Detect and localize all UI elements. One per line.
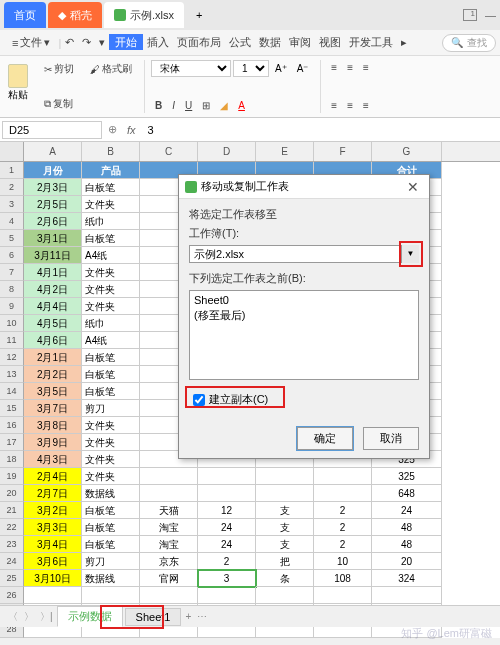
sheet-nav-prev-icon[interactable]: 〈: [6, 610, 20, 624]
cell[interactable]: 3月10日: [24, 570, 82, 587]
column-header[interactable]: C: [140, 142, 198, 161]
menu-item-6[interactable]: 视图: [315, 36, 345, 48]
row-header[interactable]: 15: [0, 400, 24, 417]
cell[interactable]: 10: [314, 553, 372, 570]
row-header[interactable]: 12: [0, 349, 24, 366]
menu-item-2[interactable]: 页面布局: [173, 36, 225, 48]
font-color-button[interactable]: A: [234, 98, 249, 113]
cell[interactable]: 3月9日: [24, 434, 82, 451]
cell[interactable]: 条: [256, 570, 314, 587]
cell[interactable]: 白板笔: [82, 349, 140, 366]
cell[interactable]: 24: [372, 502, 442, 519]
add-sheet-button[interactable]: +: [183, 611, 193, 622]
cell[interactable]: 24: [198, 536, 256, 553]
cell[interactable]: 2: [314, 519, 372, 536]
cell[interactable]: 48: [372, 536, 442, 553]
menu-item-5[interactable]: 审阅: [285, 36, 315, 48]
cell[interactable]: 3月7日: [24, 400, 82, 417]
workbook-combo[interactable]: ▼: [189, 245, 419, 263]
dialog-close-button[interactable]: ✕: [403, 179, 423, 195]
cell[interactable]: [198, 485, 256, 502]
cell[interactable]: 3月2日: [24, 502, 82, 519]
combo-dropdown-arrow-icon[interactable]: ▼: [401, 245, 419, 263]
menu-item-0[interactable]: 开始: [109, 34, 143, 50]
cell[interactable]: 淘宝: [140, 519, 198, 536]
cell[interactable]: 纸巾: [82, 315, 140, 332]
zoom-icon[interactable]: ⊕: [104, 123, 121, 136]
file-menu[interactable]: ≡ 文件 ▾: [4, 35, 58, 50]
row-header[interactable]: 16: [0, 417, 24, 434]
cell[interactable]: 支: [256, 502, 314, 519]
align-middle-icon[interactable]: ≡: [343, 60, 357, 75]
row-header[interactable]: 7: [0, 264, 24, 281]
cell[interactable]: 2月4日: [24, 468, 82, 485]
row-header[interactable]: 10: [0, 315, 24, 332]
row-header[interactable]: 20: [0, 485, 24, 502]
cell[interactable]: 文件夹: [82, 417, 140, 434]
cell[interactable]: 文件夹: [82, 298, 140, 315]
cell[interactable]: 2月3日: [24, 179, 82, 196]
row-header[interactable]: 5: [0, 230, 24, 247]
sheet-nav-last-icon[interactable]: 〉|: [38, 610, 55, 624]
row-header[interactable]: 13: [0, 366, 24, 383]
cell[interactable]: 数据线: [82, 485, 140, 502]
row-header[interactable]: 1: [0, 162, 24, 179]
cell-header[interactable]: 月份: [24, 162, 82, 179]
cancel-button[interactable]: 取消: [363, 427, 419, 450]
cell[interactable]: 文件夹: [82, 196, 140, 213]
column-header[interactable]: A: [24, 142, 82, 161]
tab-current-file[interactable]: 示例.xlsx: [104, 2, 184, 28]
ok-button[interactable]: 确定: [297, 427, 353, 450]
row-header[interactable]: 2: [0, 179, 24, 196]
align-top-icon[interactable]: ≡: [327, 60, 341, 75]
menu-item-3[interactable]: 公式: [225, 36, 255, 48]
cell[interactable]: [140, 587, 198, 604]
cell[interactable]: 3月8日: [24, 417, 82, 434]
cell[interactable]: A4纸: [82, 332, 140, 349]
menu-more[interactable]: ▾: [95, 36, 109, 49]
underline-button[interactable]: U: [181, 98, 196, 113]
column-header[interactable]: G: [372, 142, 442, 161]
align-right-icon[interactable]: ≡: [359, 98, 373, 113]
cell[interactable]: 文件夹: [82, 451, 140, 468]
cell[interactable]: 3: [198, 570, 256, 587]
cell[interactable]: 官网: [140, 570, 198, 587]
formula-input[interactable]: 3: [142, 122, 500, 138]
italic-button[interactable]: I: [168, 98, 179, 113]
cell[interactable]: 白板笔: [82, 519, 140, 536]
cell[interactable]: 4月3日: [24, 451, 82, 468]
cell[interactable]: 648: [372, 485, 442, 502]
sheet-nav-next-icon[interactable]: 〉: [22, 610, 36, 624]
increase-font-icon[interactable]: A⁺: [271, 62, 291, 75]
cell[interactable]: [314, 485, 372, 502]
row-header[interactable]: 8: [0, 281, 24, 298]
cell[interactable]: 2月1日: [24, 349, 82, 366]
cell[interactable]: 白板笔: [82, 502, 140, 519]
row-header[interactable]: 19: [0, 468, 24, 485]
cell[interactable]: 白板笔: [82, 383, 140, 400]
cell[interactable]: [256, 587, 314, 604]
cell[interactable]: 文件夹: [82, 264, 140, 281]
dialog-titlebar[interactable]: 移动或复制工作表 ✕: [179, 175, 429, 199]
column-header[interactable]: B: [82, 142, 140, 161]
row-header[interactable]: 26: [0, 587, 24, 604]
cell[interactable]: 数据线: [82, 570, 140, 587]
create-copy-checkbox[interactable]: [193, 394, 205, 406]
align-left-icon[interactable]: ≡: [327, 98, 341, 113]
row-header[interactable]: 17: [0, 434, 24, 451]
cell[interactable]: 20: [372, 553, 442, 570]
font-family-select[interactable]: 宋体: [151, 60, 231, 77]
fx-icon[interactable]: fx: [121, 124, 142, 136]
cell[interactable]: 48: [372, 519, 442, 536]
cell[interactable]: 白板笔: [82, 179, 140, 196]
cell[interactable]: 2: [314, 536, 372, 553]
cell[interactable]: [24, 587, 82, 604]
cell[interactable]: 白板笔: [82, 366, 140, 383]
cell[interactable]: 2月5日: [24, 196, 82, 213]
cell[interactable]: 京东: [140, 553, 198, 570]
cell[interactable]: 支: [256, 519, 314, 536]
cell[interactable]: 3月11日: [24, 247, 82, 264]
cell[interactable]: 4月1日: [24, 264, 82, 281]
cell-header[interactable]: 产品: [82, 162, 140, 179]
undo-icon[interactable]: ↶: [61, 36, 78, 49]
